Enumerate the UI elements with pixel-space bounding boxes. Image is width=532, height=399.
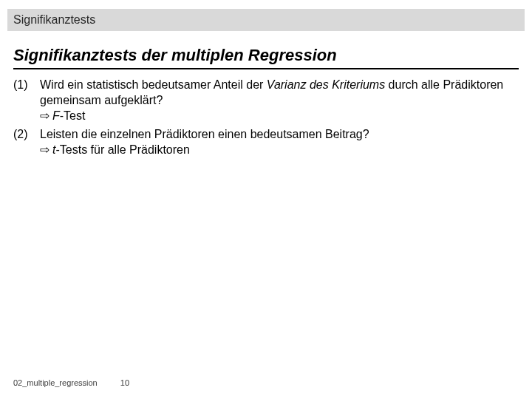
footer-doc-name: 02_multiple_regression (13, 378, 98, 387)
arrow-post: -Tests für alle Prädiktoren (55, 143, 189, 156)
slide-footer: 02_multiple_regression 10 (13, 378, 129, 387)
body-content: (1) Wird ein statistisch bedeutsamer Ant… (13, 77, 516, 161)
item-number: (2) (13, 126, 40, 157)
footer-page-number: 10 (120, 378, 129, 387)
arrow-post: -Test (60, 109, 86, 122)
slide-title: Signifikanztests der multiplen Regressio… (13, 46, 519, 69)
item-text: Leisten die einzelnen Prädiktoren einen … (40, 126, 516, 157)
item-number: (1) (13, 77, 40, 123)
slide-title-text: Signifikanztests der multiplen Regressio… (13, 46, 337, 64)
arrow-em: F (52, 109, 60, 122)
item-subline: ⇨F-Test (40, 108, 516, 123)
arrow-icon: ⇨ (40, 142, 50, 157)
item-subline: ⇨t-Tests für alle Prädiktoren (40, 142, 516, 157)
section-header-text: Signifikanztests (13, 13, 95, 27)
list-item: (2) Leisten die einzelnen Prädiktoren ei… (13, 126, 516, 157)
list-item: (1) Wird ein statistisch bedeutsamer Ant… (13, 77, 516, 123)
item-text: Wird ein statistisch bedeutsamer Anteil … (40, 77, 516, 123)
slide: Signifikanztests Signifikanztests der mu… (0, 0, 532, 399)
arrow-icon: ⇨ (40, 108, 50, 123)
text-pre: Wird ein statistisch bedeutsamer Anteil … (40, 78, 267, 91)
text-em: Varianz des Kriteriums (267, 78, 385, 91)
section-header: Signifikanztests (7, 9, 525, 31)
text-pre: Leisten die einzelnen Prädiktoren einen … (40, 128, 369, 140)
